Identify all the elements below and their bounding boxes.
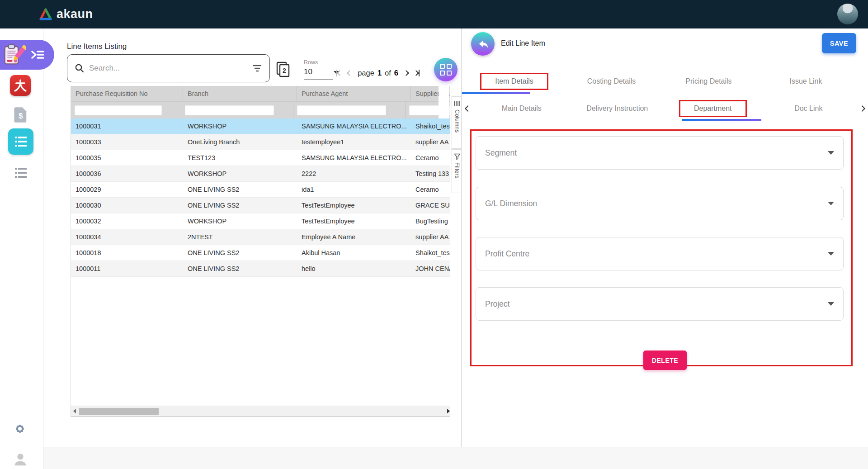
column-header: Branch [183, 86, 297, 101]
duplicate-pages-icon[interactable]: 2 [276, 61, 291, 77]
cell-purchase-agent: Akibul Hasan [297, 245, 411, 261]
cell-supplier-name: Ceramo [411, 150, 450, 166]
filters-tab-label: Filters [454, 162, 461, 178]
subtab-main-details[interactable]: Main Details [474, 104, 570, 113]
line-items-panel: Line Items Listing 2 Rows 10 [43, 28, 461, 447]
cell-purchase-requisition-no: 1000034 [71, 229, 183, 245]
tab-pricing-details[interactable]: Pricing Details [660, 70, 757, 93]
table-row[interactable]: 1000030 ONE LIVING SS2 TestTestEmployee … [71, 198, 450, 213]
column-filter-input[interactable] [185, 105, 274, 115]
table-row[interactable]: 1000034 2NTEST Employee A Name supplier … [71, 229, 450, 245]
search-input[interactable] [89, 64, 252, 73]
user-avatar[interactable] [837, 4, 858, 24]
profit-centre-dropdown[interactable]: Profit Centre [476, 237, 844, 270]
grid-view-button[interactable] [434, 58, 458, 81]
column-filter-input[interactable] [297, 105, 386, 115]
pagination: page 1 of 6 [336, 64, 420, 82]
list-icon[interactable] [12, 166, 29, 180]
brand-name: akaun [57, 7, 93, 21]
user-profile-icon[interactable] [13, 451, 28, 467]
table-row[interactable]: 1000018 ONE LIVING SS2 Akibul Hasan Shai… [71, 245, 450, 261]
back-arrow-icon [476, 38, 489, 50]
cell-purchase-agent: ida1 [297, 182, 411, 197]
next-page-button[interactable] [404, 71, 408, 75]
cell-purchase-agent: testemployee1 [297, 134, 411, 150]
scroll-left-arrow[interactable] [71, 406, 78, 416]
editor-title: Edit Line Item [501, 39, 545, 47]
cell-branch: 2NTEST [183, 229, 297, 245]
tab-item-details[interactable]: Item Details [466, 70, 563, 93]
cell-branch: ONE LIVING SS2 [183, 245, 297, 261]
brand-logo: akaun [39, 7, 93, 21]
bottom-strip [43, 447, 868, 469]
cell-branch: TEST123 [183, 150, 297, 166]
cell-supplier-name: supplier AA [411, 229, 450, 245]
delete-button[interactable]: DELETE [643, 351, 687, 370]
sim-dollar-icon[interactable]: $ [13, 106, 29, 123]
subtabs-scroll-right-icon[interactable] [856, 106, 868, 111]
active-subtab-indicator [682, 119, 761, 121]
cell-supplier-name: Testing 133 [411, 166, 450, 181]
save-button[interactable]: SAVE [822, 33, 856, 53]
total-pages: 6 [394, 69, 398, 77]
column-filter-input[interactable] [75, 105, 162, 115]
cell-purchase-requisition-no: 1000031 [71, 118, 183, 134]
table-body: 1000031 WORKSHOP SAMSUNG MALAYSIA ELECTR… [71, 118, 450, 277]
cell-purchase-agent: TestTestEmployee [297, 213, 411, 229]
table-row[interactable]: 1000029 ONE LIVING SS2 ida1 Ceramo [71, 182, 450, 198]
last-page-button[interactable] [414, 70, 420, 76]
subtab-department[interactable]: Department [665, 100, 761, 117]
scroll-right-arrow[interactable] [443, 406, 450, 416]
settings-gear-icon[interactable] [12, 421, 28, 436]
back-button[interactable] [471, 32, 495, 56]
cell-branch: ONE LIVING SS2 [183, 198, 297, 213]
menu-open-icon[interactable] [30, 47, 45, 62]
project-dropdown[interactable]: Project [476, 287, 844, 321]
rows-value: 10 [304, 67, 333, 76]
gl-dimension-label: G/L Dimension [485, 199, 537, 208]
column-bars-icon [453, 100, 461, 107]
list-active-icon[interactable] [8, 128, 33, 155]
profit-centre-label: Profit Centre [485, 249, 529, 259]
tab-costing-details[interactable]: Costing Details [563, 70, 660, 93]
table-row[interactable]: 1000032 WORKSHOP TestTestEmployee BugTes… [71, 213, 450, 229]
subtab-delivery-instruction[interactable]: Delivery Instruction [570, 104, 665, 113]
current-page: 1 [377, 69, 382, 77]
tab-issue-link[interactable]: Issue Link [757, 70, 854, 93]
gl-dimension-dropdown[interactable]: G/L Dimension [476, 187, 844, 220]
rows-per-page-control[interactable]: Rows 10 [304, 59, 333, 80]
horizontal-scrollbar [71, 406, 450, 417]
filter-list-icon[interactable] [252, 64, 262, 72]
rows-underline [304, 79, 333, 80]
cell-purchase-requisition-no: 1000033 [71, 134, 183, 150]
cell-branch: WORKSHOP [183, 213, 297, 229]
caret-down-icon [828, 252, 834, 256]
table-row[interactable]: 1000033 OneLiving Branch testemployee1 s… [71, 134, 450, 150]
grid-icon [440, 64, 452, 76]
active-module-pill[interactable] [0, 40, 54, 70]
project-label: Project [485, 299, 509, 309]
cell-supplier-name: supplier AA [411, 134, 450, 150]
line-items-table: Purchase Requisition No Branch Purchase … [71, 86, 450, 417]
subtabs-scroll-left-icon[interactable] [462, 106, 474, 111]
cell-purchase-requisition-no: 1000030 [71, 198, 183, 213]
cell-purchase-agent: 2222 [297, 166, 411, 181]
cell-purchase-requisition-no: 1000036 [71, 166, 183, 181]
cell-purchase-requisition-no: 1000018 [71, 245, 183, 261]
prev-page-button[interactable] [348, 71, 352, 75]
segment-dropdown[interactable]: Segment [476, 136, 844, 170]
cell-supplier-name: Shaikot_tes [411, 118, 450, 134]
table-row[interactable]: 1000031 WORKSHOP SAMSUNG MALAYSIA ELECTR… [71, 118, 450, 134]
table-row[interactable]: 1000035 TEST123 SAMSUNG MALAYSIA ELECTRO… [71, 150, 450, 166]
first-page-button[interactable] [336, 70, 342, 76]
table-row[interactable]: 1000011 ONE LIVING SS2 hello JOHN CENA [71, 261, 450, 277]
subtab-doc-link[interactable]: Doc Link [761, 104, 857, 113]
red-app-icon[interactable] [10, 75, 31, 96]
table-filter-row [71, 101, 450, 118]
cell-supplier-name: Ceramo [411, 182, 450, 197]
table-row[interactable]: 1000036 WORKSHOP 2222 Testing 133 [71, 166, 450, 182]
annotation-box-department: Department [679, 100, 747, 117]
column-header: Purchase Requisition No [71, 86, 183, 101]
scrollbar-thumb[interactable] [79, 408, 159, 415]
editor-subtabs: Main Details Delivery Instruction Depart… [462, 96, 868, 121]
